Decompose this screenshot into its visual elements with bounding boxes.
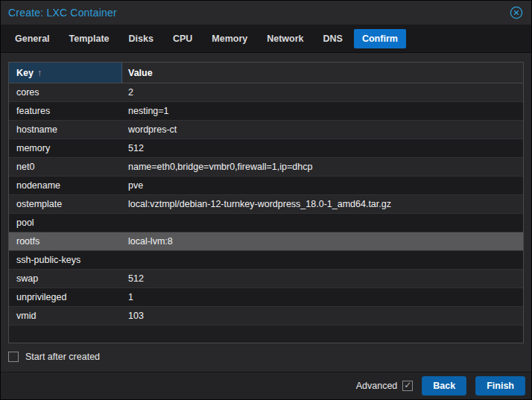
key-cell: features: [9, 102, 122, 120]
key-cell: swap: [9, 270, 122, 288]
close-button[interactable]: [509, 5, 524, 20]
value-cell: 2: [122, 83, 523, 101]
key-cell: ssh-public-keys: [9, 251, 122, 269]
close-icon: [510, 6, 523, 19]
value-cell: 1: [122, 288, 523, 306]
start-after-created-label: Start after created: [25, 352, 100, 362]
dialog-body: Key ↑ Value cores2featuresnesting=1hostn…: [1, 53, 531, 372]
key-cell: cores: [9, 83, 122, 101]
tab-general[interactable]: General: [7, 29, 58, 48]
table-row[interactable]: pool: [9, 214, 523, 232]
value-cell: name=eth0,bridge=vmbr0,firewall=1,ip=dhc…: [122, 158, 523, 176]
table-row[interactable]: ssh-public-keys: [9, 251, 523, 270]
value-cell: local-lvm:8: [122, 232, 523, 250]
value-cell: 512: [122, 139, 523, 157]
table-row[interactable]: unprivileged1: [9, 288, 523, 307]
value-cell: wordpres-ct: [122, 121, 523, 139]
key-cell: nodename: [9, 177, 122, 194]
key-cell: unprivileged: [9, 288, 122, 306]
key-cell: ostemplate: [9, 195, 122, 213]
back-button[interactable]: Back: [422, 376, 466, 396]
key-cell: pool: [9, 214, 122, 232]
value-cell: nesting=1: [122, 102, 523, 120]
column-header-value-label: Value: [128, 68, 153, 78]
start-after-created-checkbox[interactable]: ✓: [8, 352, 19, 362]
key-cell: hostname: [9, 121, 122, 139]
tab-network[interactable]: Network: [259, 29, 311, 48]
finish-button[interactable]: Finish: [475, 376, 525, 396]
tab-cpu[interactable]: CPU: [165, 29, 200, 48]
advanced-checkbox[interactable]: ✓: [402, 381, 413, 391]
create-lxc-container-dialog: Create: LXC Container GeneralTemplateDis…: [0, 0, 532, 400]
table-body: cores2featuresnesting=1hostnamewordpres-…: [9, 83, 523, 326]
table-row[interactable]: nodenamepve: [9, 177, 523, 195]
sort-ascending-icon: ↑: [37, 68, 42, 78]
table-row[interactable]: vmid103: [9, 307, 523, 326]
table-row[interactable]: cores2: [9, 83, 523, 102]
dialog-title: Create: LXC Container: [8, 7, 117, 19]
tab-dns[interactable]: DNS: [315, 29, 351, 48]
table-row[interactable]: featuresnesting=1: [9, 102, 523, 121]
dialog-titlebar: Create: LXC Container: [1, 1, 531, 25]
value-cell: [122, 214, 523, 232]
start-after-created-option: ✓ Start after created: [8, 352, 524, 362]
value-cell: pve: [122, 177, 523, 194]
table-row[interactable]: hostnamewordpres-ct: [9, 121, 523, 139]
checkmark-icon: ✓: [404, 381, 411, 390]
value-cell: [122, 251, 523, 269]
table-header-row: Key ↑ Value: [9, 63, 523, 83]
advanced-option: Advanced ✓: [356, 381, 414, 391]
value-cell: local:vztmpl/debian-12-turnkey-wordpress…: [122, 195, 523, 213]
value-cell: 512: [122, 270, 523, 288]
key-cell: rootfs: [9, 232, 122, 250]
tab-memory[interactable]: Memory: [203, 29, 256, 48]
dialog-footer: Advanced ✓ Back Finish: [1, 372, 531, 399]
value-cell: 103: [122, 307, 523, 325]
table-row[interactable]: memory512: [9, 139, 523, 158]
tab-confirm[interactable]: Confirm: [354, 29, 406, 48]
table-row[interactable]: rootfslocal-lvm:8: [9, 232, 523, 251]
key-cell: memory: [9, 139, 122, 157]
column-header-value[interactable]: Value: [122, 63, 523, 83]
column-header-key-label: Key: [16, 68, 34, 78]
tab-disks[interactable]: Disks: [121, 29, 162, 48]
summary-table: Key ↑ Value cores2featuresnesting=1hostn…: [8, 62, 524, 343]
key-cell: net0: [9, 158, 122, 176]
wizard-tab-bar: GeneralTemplateDisksCPUMemoryNetworkDNSC…: [1, 25, 531, 53]
table-row[interactable]: net0name=eth0,bridge=vmbr0,firewall=1,ip…: [9, 158, 523, 177]
table-row[interactable]: ostemplatelocal:vztmpl/debian-12-turnkey…: [9, 195, 523, 214]
advanced-label: Advanced: [356, 381, 398, 391]
column-header-key[interactable]: Key ↑: [9, 63, 122, 83]
tab-template[interactable]: Template: [61, 29, 118, 48]
table-row[interactable]: swap512: [9, 270, 523, 288]
key-cell: vmid: [9, 307, 122, 325]
